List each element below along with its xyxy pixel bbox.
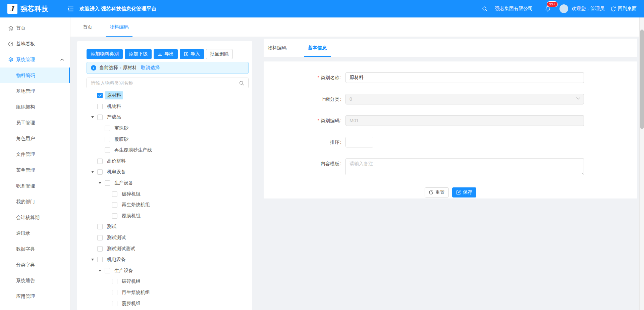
sidebar-subitem[interactable]: 应用管理 xyxy=(0,289,70,304)
tab-material-code-detail[interactable]: 物料编码 xyxy=(264,39,290,57)
tree-checkbox[interactable] xyxy=(97,93,103,98)
tree-node-label[interactable]: 再生焙烧机组 xyxy=(120,289,152,297)
tree-checkbox[interactable] xyxy=(112,213,117,219)
sidebar-item-system-management[interactable]: 系统管理 xyxy=(0,52,70,68)
sidebar-subitem[interactable]: 角色用户 xyxy=(0,131,70,146)
tree-node-label[interactable]: 原材料 xyxy=(105,91,123,99)
sidebar-subitem[interactable]: 通讯录 xyxy=(0,225,70,241)
page-scrollbar[interactable] xyxy=(639,17,644,310)
tree-node-label[interactable]: 生产设备 xyxy=(112,179,135,187)
tree-checkbox[interactable] xyxy=(105,147,110,153)
sidebar-subitem[interactable]: 分类字典 xyxy=(0,257,70,273)
tree-checkbox[interactable] xyxy=(97,159,103,164)
caret-placeholder xyxy=(104,278,111,285)
caret-down-icon[interactable] xyxy=(89,114,96,121)
sidebar-subitem[interactable]: 文件管理 xyxy=(0,146,70,162)
sidebar-item-home[interactable]: 首页 xyxy=(0,20,70,36)
tree-checkbox[interactable] xyxy=(112,279,117,284)
notifications-button[interactable]: 99+ xyxy=(545,6,551,12)
tree-node-label[interactable]: 机物料 xyxy=(105,102,123,110)
tree-checkbox[interactable] xyxy=(112,301,117,306)
save-button[interactable]: 保存 xyxy=(452,187,476,197)
caret-down-icon[interactable] xyxy=(89,169,96,175)
nav-tab-bar: 首页 物料编码 xyxy=(70,17,644,37)
tree-node-label[interactable]: 再生焙烧机组 xyxy=(120,201,152,209)
sidebar-subitem[interactable]: 菜单管理 xyxy=(0,162,70,178)
caret-placeholder xyxy=(104,191,111,197)
export-button[interactable]: 导出 xyxy=(154,49,178,59)
menu-fold-button[interactable] xyxy=(67,6,74,11)
tree-node-label[interactable]: 覆膜机组 xyxy=(120,212,143,220)
tree-checkbox[interactable] xyxy=(112,202,117,208)
tree-node-label[interactable]: 测试测试 xyxy=(105,234,128,242)
sidebar-subitem[interactable]: 我的部门 xyxy=(0,194,70,210)
search-icon[interactable] xyxy=(239,81,244,86)
tree-checkbox[interactable] xyxy=(112,191,117,197)
tab-material-code[interactable]: 物料编码 xyxy=(110,17,128,37)
tree-node-label[interactable]: 再生覆膜砂生产线 xyxy=(112,146,154,154)
tree-node-label[interactable]: 机电设备 xyxy=(105,168,128,176)
company-name[interactable]: 强芯集团有限公司 xyxy=(495,6,533,12)
current-selection-alert: i 当前选择：原材料 取消选择 xyxy=(87,62,249,74)
tree-checkbox[interactable] xyxy=(97,169,103,175)
add-child-button[interactable]: 添加下级 xyxy=(125,49,152,59)
tree-node-label[interactable]: 覆膜砂 xyxy=(112,135,130,143)
sidebar-subitem[interactable]: 物料编码 xyxy=(0,68,70,83)
parent-category-label: 上级分类 xyxy=(264,94,341,104)
global-search-button[interactable] xyxy=(482,6,488,12)
tree-node-label[interactable]: 生产设备 xyxy=(112,267,135,275)
content-template-textarea[interactable] xyxy=(345,158,584,175)
sidebar-subitem[interactable]: 会计核算期 xyxy=(0,210,70,225)
batch-delete-button[interactable]: 批量删除 xyxy=(206,49,233,59)
app-logo: J xyxy=(7,4,17,14)
sidebar-subitem[interactable]: 基地管理 xyxy=(0,83,70,99)
reset-button[interactable]: 重置 xyxy=(425,187,449,197)
sidebar-subitem[interactable]: 系统通告 xyxy=(0,273,70,289)
back-to-desktop-button[interactable]: 回到桌面 xyxy=(610,6,637,12)
sidebar-subitem[interactable]: 员工管理 xyxy=(0,115,70,131)
sort-input[interactable] xyxy=(345,137,373,147)
form-row-content-template: 内容模板 xyxy=(264,158,637,177)
tree-checkbox[interactable] xyxy=(105,268,110,273)
scrollbar-thumb[interactable] xyxy=(640,30,644,129)
tree-checkbox[interactable] xyxy=(97,115,103,120)
tab-home[interactable]: 首页 xyxy=(83,17,92,37)
tree-checkbox[interactable] xyxy=(97,104,103,109)
caret-placeholder xyxy=(89,103,96,110)
tree-node-label[interactable]: 破碎机组 xyxy=(120,190,143,198)
caret-down-icon[interactable] xyxy=(97,267,103,274)
sidebar-item-dashboard[interactable]: 基地看板 xyxy=(0,36,70,52)
import-button[interactable]: 导入 xyxy=(180,49,204,59)
tree-checkbox[interactable] xyxy=(97,257,103,262)
sidebar-subitem[interactable]: 职务管理 xyxy=(0,178,70,194)
caret-down-icon[interactable] xyxy=(89,256,96,263)
tree-checkbox[interactable] xyxy=(105,126,110,131)
tree-node-label[interactable]: 宝珠砂 xyxy=(112,124,130,132)
tree-node-label[interactable]: 覆膜机组 xyxy=(120,300,143,308)
tree-node-label[interactable]: 破碎机组 xyxy=(120,277,143,285)
tab-basic-info[interactable]: 基本信息 xyxy=(304,39,331,57)
sidebar-subitem[interactable]: 组织架构 xyxy=(0,99,70,115)
cancel-selection-link[interactable]: 取消选择 xyxy=(141,65,160,71)
tree-checkbox[interactable] xyxy=(112,290,117,295)
category-name-label: 类别名称 xyxy=(264,72,341,83)
tree-checkbox[interactable] xyxy=(105,137,110,142)
parent-category-select[interactable] xyxy=(345,94,584,104)
back-to-desktop-icon xyxy=(610,6,616,12)
category-search-input[interactable] xyxy=(91,80,239,86)
tree-node-label[interactable]: 测试 xyxy=(105,223,118,231)
add-category-button[interactable]: 添加物料类别 xyxy=(87,49,123,59)
tree-node-label[interactable]: 测试测试测试 xyxy=(105,245,137,253)
tree-checkbox[interactable] xyxy=(105,180,110,186)
tree-checkbox[interactable] xyxy=(97,224,103,229)
tree-node-label[interactable]: 高价材料 xyxy=(105,157,128,165)
tree-checkbox[interactable] xyxy=(97,235,103,240)
caret-down-icon[interactable] xyxy=(97,180,103,186)
tree-node-label[interactable]: 产成品 xyxy=(105,113,123,121)
sidebar-subitem[interactable]: 数据字典 xyxy=(0,241,70,257)
tree-row: 测试测试测试 xyxy=(87,243,249,254)
avatar[interactable] xyxy=(559,4,568,13)
tree-checkbox[interactable] xyxy=(97,246,103,252)
tree-node-label[interactable]: 机电设备 xyxy=(105,256,128,264)
category-name-input[interactable] xyxy=(345,72,584,83)
